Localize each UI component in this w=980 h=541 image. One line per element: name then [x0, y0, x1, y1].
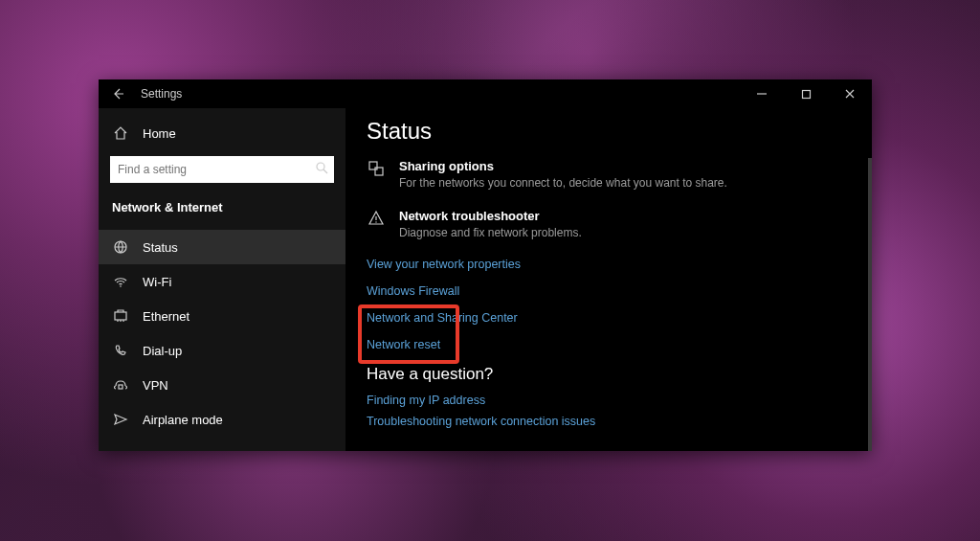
link-network-reset[interactable]: Network reset: [367, 338, 851, 351]
category-header: Network & Internet: [99, 192, 345, 224]
svg-rect-0: [802, 90, 810, 98]
minimize-icon: [756, 88, 768, 100]
svg-rect-6: [369, 162, 377, 169]
settings-window: Settings Home: [99, 79, 872, 451]
nav-item-label: Status: [143, 240, 178, 255]
option-desc: Diagnose and fix network problems.: [399, 225, 582, 240]
scrollbar[interactable]: [868, 158, 872, 451]
nav-item-label: Wi-Fi: [143, 275, 171, 289]
close-icon: [844, 88, 856, 100]
nav-item-status[interactable]: Status: [99, 230, 345, 264]
nav-item-label: Airplane mode: [143, 413, 223, 427]
link-firewall[interactable]: Windows Firewall: [367, 284, 851, 298]
vpn-icon: [112, 376, 129, 394]
option-title: Sharing options: [399, 158, 727, 175]
nav-item-label: VPN: [143, 378, 168, 393]
search-box[interactable]: [110, 156, 334, 183]
warning-icon: [367, 210, 386, 227]
option-sharing[interactable]: Sharing options For the networks you con…: [367, 158, 851, 191]
content-pane: Status Sharing options For the networks …: [345, 108, 872, 451]
nav-list: Status Wi-Fi Ethernet: [99, 230, 345, 437]
desktop-wallpaper: Settings Home: [0, 0, 980, 541]
wifi-icon: [112, 273, 129, 290]
airplane-icon: [112, 411, 129, 428]
back-arrow-icon: [111, 87, 124, 101]
close-button[interactable]: [828, 79, 872, 108]
link-find-ip[interactable]: Finding my IP address: [367, 394, 851, 407]
dialup-icon: [112, 342, 129, 359]
home-nav[interactable]: Home: [99, 116, 345, 150]
sharing-icon: [367, 160, 386, 177]
nav-item-label: Dial-up: [143, 344, 182, 358]
home-icon: [112, 124, 129, 142]
svg-rect-7: [375, 168, 383, 175]
question-heading: Have a question?: [367, 365, 851, 384]
svg-point-3: [120, 285, 122, 287]
link-troubleshoot-conn[interactable]: Troubleshooting network connection issue…: [367, 415, 851, 428]
ethernet-icon: [112, 307, 129, 325]
option-desc: For the networks you connect to, decide …: [399, 175, 727, 191]
nav-item-label: Ethernet: [143, 309, 189, 324]
svg-rect-4: [115, 312, 126, 320]
search-icon: [315, 161, 328, 178]
svg-point-1: [317, 163, 324, 170]
window-title: Settings: [137, 87, 182, 101]
link-sharing-center[interactable]: Network and Sharing Center: [367, 311, 851, 325]
option-title: Network troubleshooter: [399, 208, 582, 225]
status-icon: [112, 238, 129, 256]
nav-item-airplane[interactable]: Airplane mode: [99, 402, 345, 437]
link-view-properties[interactable]: View your network properties: [367, 258, 851, 271]
nav-item-ethernet[interactable]: Ethernet: [99, 299, 345, 333]
maximize-button[interactable]: [784, 79, 828, 108]
option-troubleshooter[interactable]: Network troubleshooter Diagnose and fix …: [367, 208, 851, 240]
svg-point-8: [375, 221, 376, 222]
sidebar: Home Network & Internet Status: [99, 108, 345, 451]
titlebar: Settings: [99, 79, 872, 108]
minimize-button[interactable]: [740, 79, 784, 108]
search-input[interactable]: [116, 162, 315, 177]
nav-item-dialup[interactable]: Dial-up: [99, 333, 345, 368]
nav-item-vpn[interactable]: VPN: [99, 368, 345, 402]
back-button[interactable]: [99, 79, 137, 108]
page-title: Status: [367, 118, 851, 145]
maximize-icon: [801, 89, 812, 100]
svg-rect-5: [119, 385, 122, 389]
nav-item-wifi[interactable]: Wi-Fi: [99, 264, 345, 299]
home-label: Home: [143, 126, 176, 141]
